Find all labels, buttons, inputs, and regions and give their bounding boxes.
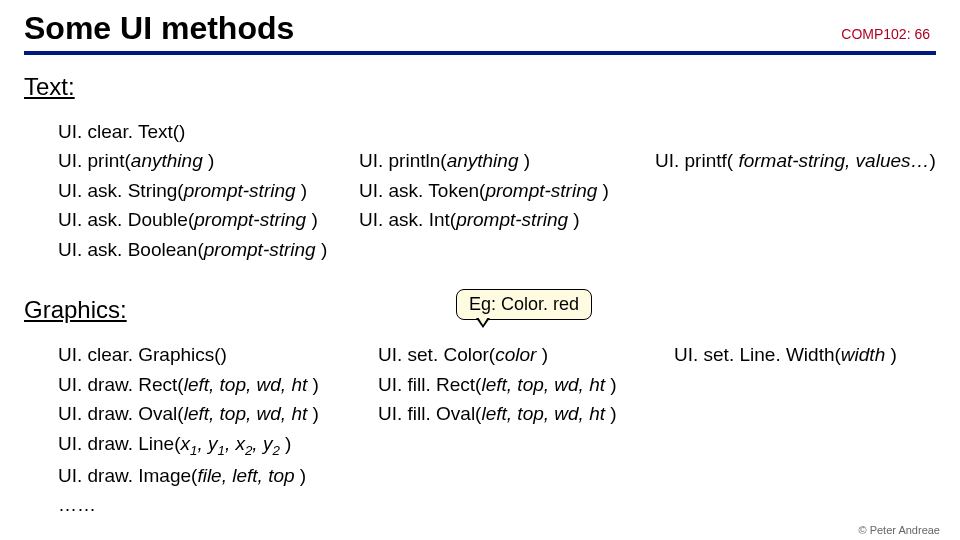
m-draw-line: UI. draw. Line(x1, y1, x2, y2 ) <box>58 429 291 461</box>
copyright: © Peter Andreae <box>859 524 941 536</box>
m-set-line-width: UI. set. Line. Width(width ) <box>674 340 897 369</box>
m-print: UI. print(anything ) <box>58 146 323 175</box>
m-ask-double: UI. ask. Double(prompt-string ) <box>58 205 323 234</box>
callout-color-example: Eg: Color. red <box>456 289 592 320</box>
section-text-heading: Text: <box>24 73 936 101</box>
callout-tail-icon <box>476 318 490 328</box>
m-draw-oval: UI. draw. Oval(left, top, wd, ht ) <box>58 399 342 428</box>
text-methods: UI. clear. Text() UI. print(anything ) U… <box>58 117 936 264</box>
m-printf: UI. printf( format-string, values…) <box>655 146 936 175</box>
m-fill-rect: UI. fill. Rect(left, top, wd, ht ) <box>378 370 638 399</box>
slide-number: COMP102: 66 <box>841 26 936 42</box>
m-ask-token: UI. ask. Token(prompt-string ) <box>359 176 619 205</box>
m-clear-graphics: UI. clear. Graphics() <box>58 340 342 369</box>
m-fill-oval: UI. fill. Oval(left, top, wd, ht ) <box>378 399 638 428</box>
ellipsis: …… <box>58 490 96 519</box>
m-ask-string: UI. ask. String(prompt-string ) <box>58 176 323 205</box>
m-draw-rect: UI. draw. Rect(left, top, wd, ht ) <box>58 370 342 399</box>
m-draw-image: UI. draw. Image(file, left, top ) <box>58 461 306 490</box>
m-ask-int: UI. ask. Int(prompt-string ) <box>359 205 619 234</box>
m-set-color: UI. set. Color(color ) <box>378 340 638 369</box>
slide-title: Some UI methods <box>24 10 294 47</box>
m-clear-text: UI. clear. Text() <box>58 117 185 146</box>
m-ask-boolean: UI. ask. Boolean(prompt-string ) <box>58 235 327 264</box>
m-println: UI. println(anything ) <box>359 146 619 175</box>
title-rule <box>24 51 936 55</box>
graphics-methods: UI. clear. Graphics() UI. set. Color(col… <box>58 340 936 520</box>
